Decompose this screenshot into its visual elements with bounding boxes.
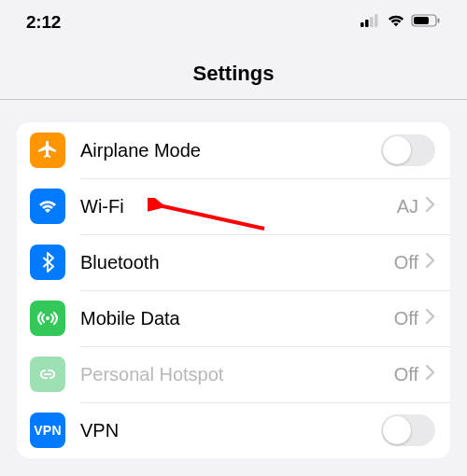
airplane-toggle[interactable] [381,134,435,166]
cellular-icon [361,14,381,31]
wifi-icon [30,189,65,224]
status-indicators [361,14,441,31]
row-airplane-mode[interactable]: Airplane Mode [17,122,450,178]
hotspot-icon [30,357,65,392]
svg-rect-1 [365,20,369,27]
vpn-icon: VPN [30,413,65,448]
chevron-right-icon [426,365,435,384]
antenna-icon [30,301,65,336]
page-title: Settings [0,62,467,86]
row-wifi[interactable]: Wi-Fi AJ [17,178,450,234]
svg-rect-2 [370,17,374,27]
hotspot-label: Personal Hotspot [80,364,394,385]
svg-rect-0 [361,22,364,27]
wifi-value: AJ [397,196,418,217]
vpn-label: VPN [80,420,381,441]
svg-rect-3 [375,14,378,27]
mobile-data-value: Off [394,308,418,329]
row-mobile-data[interactable]: Mobile Data Off [17,290,450,346]
svg-point-7 [46,316,50,320]
svg-rect-5 [414,17,429,24]
vpn-toggle[interactable] [381,414,435,446]
airplane-icon [30,133,65,168]
airplane-label: Airplane Mode [80,140,381,161]
bluetooth-icon [30,245,65,280]
settings-group: Airplane Mode Wi-Fi AJ Bluetooth Off [17,122,450,458]
bluetooth-label: Bluetooth [80,252,394,273]
wifi-label: Wi-Fi [80,196,397,217]
row-bluetooth[interactable]: Bluetooth Off [17,234,450,290]
bluetooth-value: Off [394,252,418,273]
chevron-right-icon [426,309,435,328]
battery-icon [411,14,441,31]
hotspot-value: Off [394,364,418,385]
vpn-badge-text: VPN [34,423,62,438]
chevron-right-icon [426,253,435,272]
settings-header: Settings [0,41,467,100]
wifi-status-icon [387,14,405,31]
row-vpn[interactable]: VPN VPN [17,402,450,458]
chevron-right-icon [426,197,435,216]
row-personal-hotspot[interactable]: Personal Hotspot Off [17,346,450,402]
status-time: 2:12 [26,12,61,33]
mobile-data-label: Mobile Data [80,308,394,329]
svg-rect-6 [438,19,440,23]
status-bar: 2:12 [0,0,467,41]
